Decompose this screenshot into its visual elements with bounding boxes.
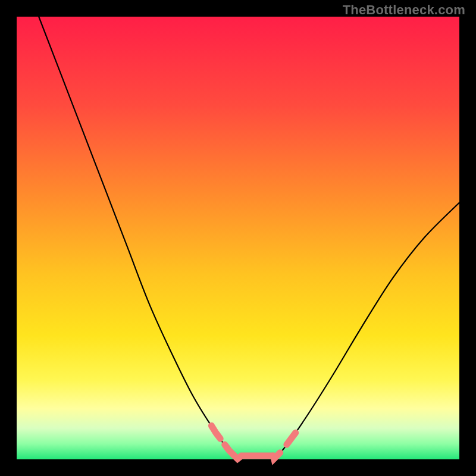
bottleneck-curve-chart — [0, 0, 476, 476]
chart-container: TheBottleneck.com — [0, 0, 476, 476]
highlight-segment — [234, 455, 274, 459]
plot-background — [17, 17, 459, 459]
highlight-segment — [274, 453, 280, 459]
watermark-text: TheBottleneck.com — [343, 2, 465, 18]
